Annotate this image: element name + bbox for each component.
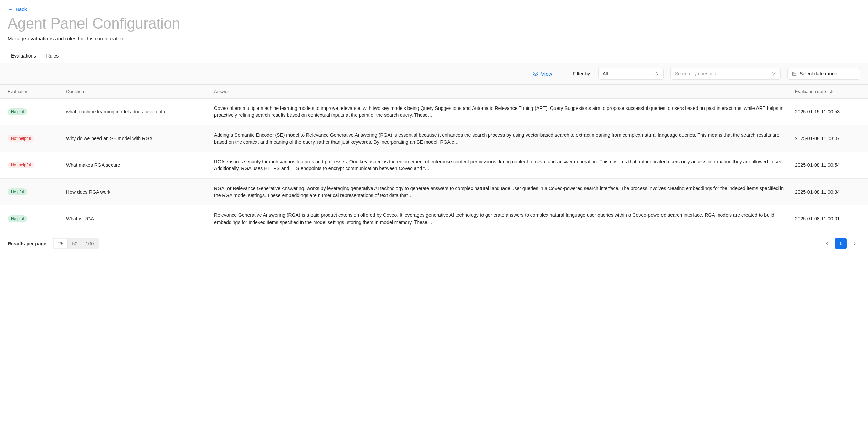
th-evaluation[interactable]: Evaluation	[8, 89, 66, 94]
search-input[interactable]	[675, 71, 769, 76]
date-range-picker[interactable]: Select date range	[787, 68, 860, 80]
th-answer[interactable]: Answer	[214, 89, 795, 94]
view-link[interactable]: View	[533, 71, 552, 77]
table-row[interactable]: Not helpfulWhy do we need an SE model wi…	[0, 125, 868, 152]
chevron-left-icon	[825, 241, 829, 246]
filter-icon[interactable]	[771, 71, 776, 76]
eye-icon	[533, 71, 538, 76]
svg-marker-1	[772, 72, 776, 76]
svg-rect-2	[793, 72, 796, 76]
pager-next[interactable]	[849, 238, 860, 249]
question-cell: What is RGA	[66, 216, 214, 222]
th-question[interactable]: Question	[66, 89, 214, 94]
rpp-group: 2550100	[53, 238, 99, 249]
evaluation-badge: Not helpful	[8, 135, 34, 142]
answer-cell: Adding a Semantic Encoder (SE) model to …	[214, 132, 795, 146]
filter-select[interactable]: All	[598, 68, 664, 80]
question-cell: Why do we need an SE model with RGA	[66, 136, 214, 141]
answer-cell: RGA ensures security through various fea…	[214, 158, 795, 172]
page-subtitle: Manage evaluations and rules for this co…	[8, 35, 860, 41]
rpp-option-50[interactable]: 50	[68, 239, 82, 248]
evaluation-badge: Helpful	[8, 108, 27, 115]
filter-by-label: Filter by:	[573, 71, 591, 76]
table-row[interactable]: HelpfulWhat is RGARelevance Generative A…	[0, 205, 868, 232]
rpp-label: Results per page	[8, 241, 46, 246]
rpp-option-25[interactable]: 25	[54, 239, 68, 248]
evaluation-badge: Helpful	[8, 188, 27, 195]
chevron-right-icon	[852, 241, 857, 246]
date-cell: 2025-01-08 11:03:07	[795, 136, 860, 141]
date-range-label: Select date range	[800, 71, 837, 76]
footer: Results per page 2550100 1	[0, 232, 868, 255]
svg-point-0	[535, 73, 536, 74]
th-date[interactable]: Evaluation date	[795, 89, 860, 94]
arrow-left-icon: ←	[8, 6, 13, 12]
table-header: Evaluation Question Answer Evaluation da…	[0, 84, 868, 99]
question-cell: What makes RGA secure	[66, 162, 214, 168]
table-row[interactable]: Not helpfulWhat makes RGA secureRGA ensu…	[0, 152, 868, 179]
evaluation-badge: Helpful	[8, 215, 27, 222]
answer-cell: Coveo offers multiple machine learning m…	[214, 105, 795, 119]
arrow-down-icon	[829, 89, 834, 94]
results-per-page: Results per page 2550100	[8, 238, 99, 249]
tab-evaluations[interactable]: Evaluations	[11, 53, 36, 59]
date-cell: 2025-01-08 11:00:01	[795, 216, 860, 222]
answer-cell: Relevance Generative Answering (RGA) is …	[214, 212, 795, 226]
question-cell: How does RGA work	[66, 189, 214, 195]
tabs: Evaluations Rules	[0, 41, 868, 63]
date-cell: 2025-01-15 11:00:53	[795, 109, 860, 114]
question-cell: what machine learning models does coveo …	[66, 109, 214, 114]
search-input-wrap	[670, 68, 781, 80]
back-link[interactable]: ← Back	[8, 6, 27, 12]
date-cell: 2025-01-08 11:00:34	[795, 189, 860, 195]
table-row[interactable]: HelpfulHow does RGA workRGA, or Relevanc…	[0, 179, 868, 206]
page-title: Agent Panel Configuration	[8, 15, 860, 32]
table-row[interactable]: Helpfulwhat machine learning models does…	[0, 99, 868, 125]
evaluation-badge: Not helpful	[8, 162, 34, 168]
tab-rules[interactable]: Rules	[46, 53, 59, 59]
view-label: View	[541, 71, 552, 77]
toolbar: View Filter by: All Select date range	[0, 63, 868, 84]
chevron-up-down-icon	[654, 71, 659, 76]
pager-prev[interactable]	[821, 238, 833, 249]
pager-page-1[interactable]: 1	[835, 238, 847, 249]
answer-cell: RGA, or Relevance Generative Answering, …	[214, 185, 795, 199]
filter-value: All	[603, 71, 608, 76]
rpp-option-100[interactable]: 100	[82, 239, 98, 248]
date-cell: 2025-01-08 11:00:54	[795, 162, 860, 168]
back-label: Back	[15, 6, 27, 12]
calendar-icon	[792, 71, 797, 76]
pager: 1	[821, 238, 860, 249]
table-body: Helpfulwhat machine learning models does…	[0, 99, 868, 232]
